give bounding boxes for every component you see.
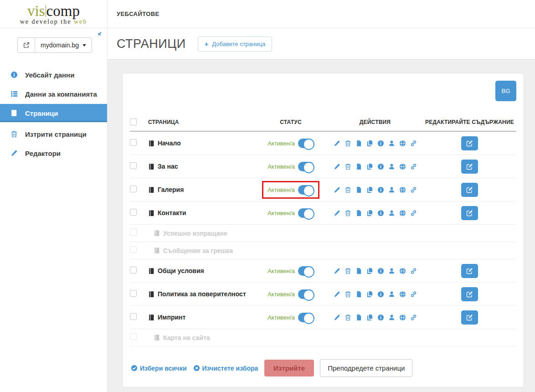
link-icon[interactable] [410,186,417,193]
edit-pencil-icon[interactable] [334,268,340,274]
edit-content-button[interactable] [461,136,478,150]
row-checkbox[interactable] [130,313,137,320]
delete-trash-icon[interactable] [345,210,351,217]
copy-pages-icon[interactable] [366,163,373,170]
sidebar-item-editors[interactable]: Редактори [0,144,107,162]
user-icon[interactable] [388,140,395,147]
copy-pages-icon[interactable] [366,291,373,298]
page-file-icon[interactable] [355,186,362,193]
sidebar-item-company-data[interactable]: Данни за компанията [0,85,107,103]
page-file-icon[interactable] [355,314,362,321]
info-icon[interactable] [377,140,384,147]
status-toggle[interactable] [298,208,314,218]
delete-trash-icon[interactable] [345,314,351,321]
copy-pages-icon[interactable] [366,268,373,274]
page-name-cell: Контакти [148,209,254,217]
globe-icon[interactable] [399,291,406,298]
status-toggle[interactable] [298,266,314,276]
edit-pencil-icon[interactable] [334,163,340,170]
sidebar-item-website-data[interactable]: Уебсайт данни [0,66,107,84]
delete-button[interactable]: Изтрийте [264,360,314,377]
row-checkbox-cell [130,139,148,148]
status-toggle[interactable] [298,185,314,195]
edit-pencil-icon[interactable] [334,210,340,217]
external-link-icon[interactable] [18,38,35,52]
globe-icon[interactable] [399,210,406,217]
sidebar-item-deleted-pages[interactable]: Изтрити страници [0,125,107,143]
copy-pages-icon[interactable] [366,186,373,193]
row-checkbox[interactable] [130,209,137,216]
edit-content-button[interactable] [461,183,478,197]
status-toggle[interactable] [298,313,314,322]
user-icon[interactable] [388,210,395,217]
table-row: НачалоАктивен/а [130,132,516,155]
select-all-checkbox[interactable] [130,119,137,125]
status-cell: Активен/а [254,313,327,322]
user-icon[interactable] [388,186,395,193]
edit-content-button[interactable] [461,287,478,301]
edit-content-button[interactable] [461,206,478,220]
delete-trash-icon[interactable] [345,291,351,298]
copy-pages-icon[interactable] [366,140,373,147]
delete-trash-icon[interactable] [345,140,351,147]
info-icon[interactable] [377,268,384,274]
add-page-button[interactable]: + Добавете страница [198,36,273,52]
globe-icon[interactable] [399,163,406,170]
edit-pencil-icon[interactable] [334,314,340,321]
page-file-icon[interactable] [355,140,362,147]
domain-selector[interactable]: mydomain.bg [17,37,92,53]
user-icon[interactable] [388,163,395,170]
edit-content-button[interactable] [461,310,478,325]
info-icon[interactable] [377,291,384,298]
globe-icon[interactable] [399,186,406,193]
logo-wordmark: viscomp [27,4,80,18]
info-icon[interactable] [377,186,384,193]
sidebar-item-pages[interactable]: Страници [0,104,107,122]
edit-square-icon [466,314,473,321]
info-icon[interactable] [377,163,384,170]
copy-pages-icon[interactable] [366,210,373,217]
link-icon[interactable] [410,268,417,274]
edit-content-button[interactable] [461,160,478,174]
link-icon[interactable] [410,163,417,170]
select-all-link[interactable]: Избери всички [131,365,187,372]
info-icon[interactable] [377,210,384,217]
user-icon[interactable] [388,291,395,298]
edit-pencil-icon[interactable] [334,186,340,193]
row-checkbox[interactable] [130,162,137,169]
delete-trash-icon[interactable] [345,186,351,193]
pushpin-icon[interactable] [96,31,103,38]
globe-icon[interactable] [399,268,406,274]
status-toggle[interactable] [298,139,314,148]
globe-icon[interactable] [399,314,406,321]
link-icon[interactable] [410,291,417,298]
clear-selection-link[interactable]: Изчистете избора [193,365,258,372]
user-icon[interactable] [388,314,395,321]
delete-trash-icon[interactable] [345,268,351,274]
page-file-icon[interactable] [355,163,362,170]
link-icon[interactable] [410,210,417,217]
status-toggle[interactable] [298,162,314,171]
edit-content-button[interactable] [461,264,478,278]
page-file-icon[interactable] [355,291,362,298]
row-checkbox[interactable] [130,186,137,192]
delete-trash-icon[interactable] [345,163,351,170]
page-file-icon[interactable] [355,268,362,274]
row-checkbox[interactable] [130,139,137,146]
info-icon[interactable] [377,314,384,321]
edit-pencil-icon[interactable] [334,140,340,147]
copy-pages-icon[interactable] [366,314,373,321]
edit-pencil-icon[interactable] [334,291,340,298]
status-cell: Активен/а [254,289,327,299]
globe-icon[interactable] [399,140,406,147]
page-file-icon[interactable] [355,210,362,217]
reorder-pages-button[interactable]: Преподредете страници [320,359,412,377]
row-checkbox[interactable] [130,290,137,297]
link-icon[interactable] [410,140,417,147]
language-bg-button[interactable]: BG [495,81,516,101]
row-checkbox[interactable] [130,267,137,273]
status-toggle[interactable] [298,289,314,299]
user-icon[interactable] [388,268,395,274]
link-icon[interactable] [410,314,417,321]
domain-label-wrap[interactable]: mydomain.bg [35,38,92,52]
